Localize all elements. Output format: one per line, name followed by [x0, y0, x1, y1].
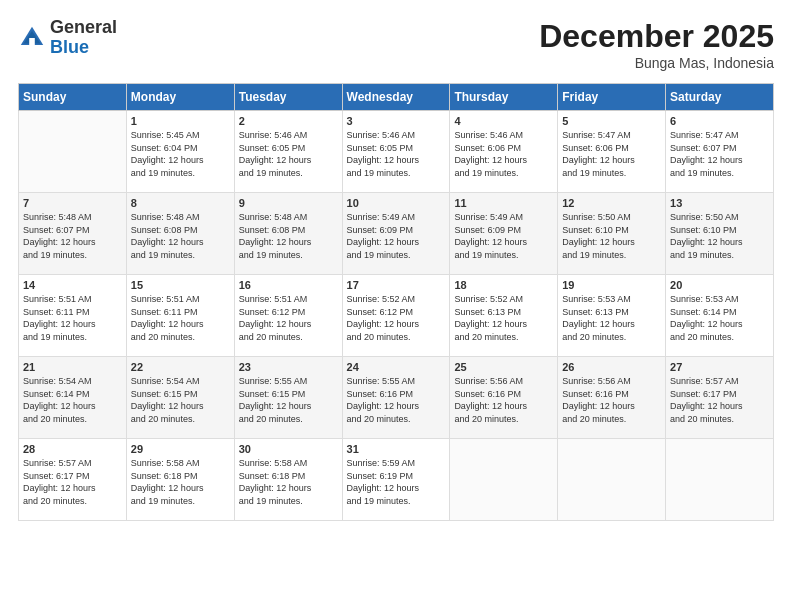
day-info: Sunrise: 5:55 AMSunset: 6:16 PMDaylight:… — [347, 375, 446, 425]
day-info: Sunrise: 5:54 AMSunset: 6:14 PMDaylight:… — [23, 375, 122, 425]
title-block: December 2025 Bunga Mas, Indonesia — [539, 18, 774, 71]
calendar-cell — [450, 439, 558, 521]
day-info: Sunrise: 5:58 AMSunset: 6:18 PMDaylight:… — [131, 457, 230, 507]
location: Bunga Mas, Indonesia — [539, 55, 774, 71]
calendar-cell: 31 Sunrise: 5:59 AMSunset: 6:19 PMDaylig… — [342, 439, 450, 521]
day-number: 18 — [454, 279, 553, 291]
day-number: 7 — [23, 197, 122, 209]
column-header-sunday: Sunday — [19, 84, 127, 111]
day-info: Sunrise: 5:49 AMSunset: 6:09 PMDaylight:… — [347, 211, 446, 261]
logo-blue: Blue — [50, 37, 89, 57]
day-number: 20 — [670, 279, 769, 291]
calendar-cell: 26 Sunrise: 5:56 AMSunset: 6:16 PMDaylig… — [558, 357, 666, 439]
column-header-wednesday: Wednesday — [342, 84, 450, 111]
calendar-cell: 23 Sunrise: 5:55 AMSunset: 6:15 PMDaylig… — [234, 357, 342, 439]
calendar-week-3: 14 Sunrise: 5:51 AMSunset: 6:11 PMDaylig… — [19, 275, 774, 357]
day-info: Sunrise: 5:47 AMSunset: 6:07 PMDaylight:… — [670, 129, 769, 179]
calendar-cell: 4 Sunrise: 5:46 AMSunset: 6:06 PMDayligh… — [450, 111, 558, 193]
logo-general: General — [50, 17, 117, 37]
day-info: Sunrise: 5:49 AMSunset: 6:09 PMDaylight:… — [454, 211, 553, 261]
logo-text: General Blue — [50, 18, 117, 58]
day-info: Sunrise: 5:46 AMSunset: 6:06 PMDaylight:… — [454, 129, 553, 179]
day-info: Sunrise: 5:55 AMSunset: 6:15 PMDaylight:… — [239, 375, 338, 425]
day-number: 31 — [347, 443, 446, 455]
day-number: 16 — [239, 279, 338, 291]
day-number: 13 — [670, 197, 769, 209]
column-header-thursday: Thursday — [450, 84, 558, 111]
day-info: Sunrise: 5:50 AMSunset: 6:10 PMDaylight:… — [562, 211, 661, 261]
calendar-cell: 9 Sunrise: 5:48 AMSunset: 6:08 PMDayligh… — [234, 193, 342, 275]
calendar-cell: 19 Sunrise: 5:53 AMSunset: 6:13 PMDaylig… — [558, 275, 666, 357]
day-number: 26 — [562, 361, 661, 373]
day-number: 1 — [131, 115, 230, 127]
column-header-monday: Monday — [126, 84, 234, 111]
calendar-cell: 17 Sunrise: 5:52 AMSunset: 6:12 PMDaylig… — [342, 275, 450, 357]
day-number: 30 — [239, 443, 338, 455]
day-info: Sunrise: 5:57 AMSunset: 6:17 PMDaylight:… — [23, 457, 122, 507]
column-header-saturday: Saturday — [666, 84, 774, 111]
column-header-friday: Friday — [558, 84, 666, 111]
calendar-cell: 6 Sunrise: 5:47 AMSunset: 6:07 PMDayligh… — [666, 111, 774, 193]
calendar-cell: 3 Sunrise: 5:46 AMSunset: 6:05 PMDayligh… — [342, 111, 450, 193]
calendar-cell — [666, 439, 774, 521]
calendar-week-1: 1 Sunrise: 5:45 AMSunset: 6:04 PMDayligh… — [19, 111, 774, 193]
day-info: Sunrise: 5:59 AMSunset: 6:19 PMDaylight:… — [347, 457, 446, 507]
day-info: Sunrise: 5:46 AMSunset: 6:05 PMDaylight:… — [347, 129, 446, 179]
day-number: 25 — [454, 361, 553, 373]
day-number: 22 — [131, 361, 230, 373]
day-info: Sunrise: 5:47 AMSunset: 6:06 PMDaylight:… — [562, 129, 661, 179]
day-info: Sunrise: 5:45 AMSunset: 6:04 PMDaylight:… — [131, 129, 230, 179]
logo-icon — [18, 24, 46, 52]
calendar-cell: 24 Sunrise: 5:55 AMSunset: 6:16 PMDaylig… — [342, 357, 450, 439]
calendar-cell: 28 Sunrise: 5:57 AMSunset: 6:17 PMDaylig… — [19, 439, 127, 521]
calendar-cell: 29 Sunrise: 5:58 AMSunset: 6:18 PMDaylig… — [126, 439, 234, 521]
day-number: 5 — [562, 115, 661, 127]
day-number: 15 — [131, 279, 230, 291]
day-number: 19 — [562, 279, 661, 291]
day-number: 12 — [562, 197, 661, 209]
calendar-cell: 18 Sunrise: 5:52 AMSunset: 6:13 PMDaylig… — [450, 275, 558, 357]
calendar-cell: 2 Sunrise: 5:46 AMSunset: 6:05 PMDayligh… — [234, 111, 342, 193]
day-number: 28 — [23, 443, 122, 455]
header: General Blue December 2025 Bunga Mas, In… — [18, 18, 774, 71]
day-number: 9 — [239, 197, 338, 209]
calendar-cell: 15 Sunrise: 5:51 AMSunset: 6:11 PMDaylig… — [126, 275, 234, 357]
calendar-cell: 13 Sunrise: 5:50 AMSunset: 6:10 PMDaylig… — [666, 193, 774, 275]
calendar-week-2: 7 Sunrise: 5:48 AMSunset: 6:07 PMDayligh… — [19, 193, 774, 275]
calendar-table: SundayMondayTuesdayWednesdayThursdayFrid… — [18, 83, 774, 521]
day-info: Sunrise: 5:51 AMSunset: 6:11 PMDaylight:… — [23, 293, 122, 343]
day-number: 21 — [23, 361, 122, 373]
month-title: December 2025 — [539, 18, 774, 55]
calendar-week-4: 21 Sunrise: 5:54 AMSunset: 6:14 PMDaylig… — [19, 357, 774, 439]
day-info: Sunrise: 5:54 AMSunset: 6:15 PMDaylight:… — [131, 375, 230, 425]
day-info: Sunrise: 5:48 AMSunset: 6:08 PMDaylight:… — [239, 211, 338, 261]
calendar-cell: 21 Sunrise: 5:54 AMSunset: 6:14 PMDaylig… — [19, 357, 127, 439]
calendar-cell: 25 Sunrise: 5:56 AMSunset: 6:16 PMDaylig… — [450, 357, 558, 439]
day-number: 11 — [454, 197, 553, 209]
day-number: 3 — [347, 115, 446, 127]
svg-rect-2 — [29, 38, 35, 45]
calendar-cell: 10 Sunrise: 5:49 AMSunset: 6:09 PMDaylig… — [342, 193, 450, 275]
day-info: Sunrise: 5:50 AMSunset: 6:10 PMDaylight:… — [670, 211, 769, 261]
calendar-cell — [19, 111, 127, 193]
calendar-cell — [558, 439, 666, 521]
calendar-cell: 14 Sunrise: 5:51 AMSunset: 6:11 PMDaylig… — [19, 275, 127, 357]
day-info: Sunrise: 5:51 AMSunset: 6:11 PMDaylight:… — [131, 293, 230, 343]
day-info: Sunrise: 5:51 AMSunset: 6:12 PMDaylight:… — [239, 293, 338, 343]
page-container: General Blue December 2025 Bunga Mas, In… — [0, 0, 792, 531]
calendar-cell: 16 Sunrise: 5:51 AMSunset: 6:12 PMDaylig… — [234, 275, 342, 357]
calendar-cell: 1 Sunrise: 5:45 AMSunset: 6:04 PMDayligh… — [126, 111, 234, 193]
day-info: Sunrise: 5:58 AMSunset: 6:18 PMDaylight:… — [239, 457, 338, 507]
logo: General Blue — [18, 18, 117, 58]
day-number: 24 — [347, 361, 446, 373]
day-number: 27 — [670, 361, 769, 373]
day-info: Sunrise: 5:56 AMSunset: 6:16 PMDaylight:… — [454, 375, 553, 425]
calendar-header-row: SundayMondayTuesdayWednesdayThursdayFrid… — [19, 84, 774, 111]
calendar-cell: 11 Sunrise: 5:49 AMSunset: 6:09 PMDaylig… — [450, 193, 558, 275]
column-header-tuesday: Tuesday — [234, 84, 342, 111]
day-number: 10 — [347, 197, 446, 209]
calendar-week-5: 28 Sunrise: 5:57 AMSunset: 6:17 PMDaylig… — [19, 439, 774, 521]
calendar-cell: 5 Sunrise: 5:47 AMSunset: 6:06 PMDayligh… — [558, 111, 666, 193]
day-number: 29 — [131, 443, 230, 455]
calendar-cell: 12 Sunrise: 5:50 AMSunset: 6:10 PMDaylig… — [558, 193, 666, 275]
